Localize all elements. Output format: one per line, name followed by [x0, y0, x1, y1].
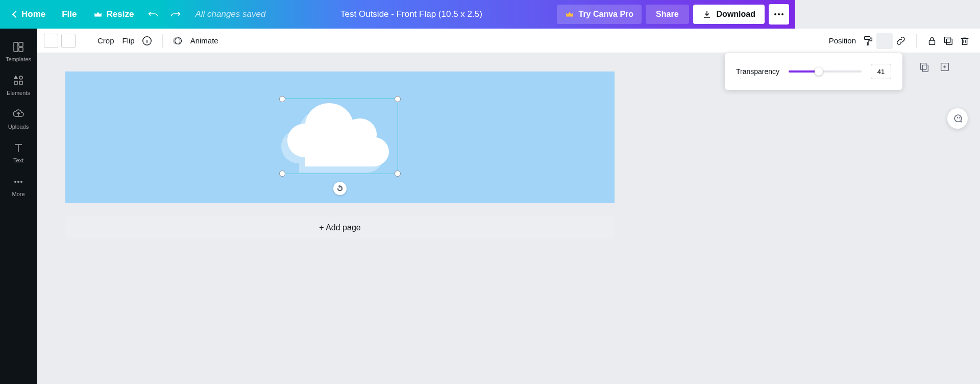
crown-icon	[565, 10, 574, 19]
sidebar-item-text[interactable]: Text	[0, 136, 37, 170]
color-swatch-1[interactable]	[44, 34, 58, 48]
crown-icon	[93, 10, 103, 19]
rotate-handle[interactable]	[333, 182, 347, 195]
undo-button[interactable]	[148, 11, 158, 18]
svg-point-6	[14, 181, 16, 183]
animate-icon	[173, 35, 184, 46]
templates-icon	[12, 41, 24, 53]
animate-button[interactable]: Animate	[186, 33, 223, 48]
more-icon	[12, 176, 24, 188]
svg-point-3	[19, 76, 22, 79]
add-page-bar[interactable]: + Add page	[65, 217, 615, 239]
share-label: Share	[656, 10, 678, 18]
svg-rect-5	[19, 81, 22, 84]
document-title[interactable]: Test Outside - Front Flap (10.5 x 2.5)	[265, 9, 557, 19]
resize-label: Resize	[107, 9, 134, 19]
top-bar: Home File Resize All changes saved Test …	[0, 0, 795, 29]
resize-handle-tl[interactable]	[279, 96, 285, 102]
sidebar-label: Elements	[7, 90, 30, 96]
redo-button[interactable]	[170, 11, 181, 18]
more-menu-button[interactable]	[769, 4, 789, 25]
sidebar-label: Templates	[6, 56, 31, 62]
add-page-label: + Add page	[319, 223, 360, 232]
try-pro-button[interactable]: Try Canva Pro	[557, 5, 642, 24]
animate-icon-button[interactable]	[170, 33, 186, 49]
try-pro-label: Try Canva Pro	[578, 10, 633, 19]
canvas-area[interactable]: + Add page	[37, 53, 795, 314]
flip-button[interactable]: Flip	[118, 33, 139, 48]
chevron-left-icon	[12, 11, 19, 18]
download-button[interactable]: Download	[693, 5, 765, 24]
rotate-icon	[336, 185, 344, 192]
crop-button[interactable]: Crop	[93, 33, 118, 48]
svg-point-10	[175, 37, 181, 44]
svg-rect-4	[14, 81, 17, 84]
text-icon	[12, 142, 24, 154]
svg-rect-1	[19, 42, 23, 46]
color-swatch-2[interactable]	[61, 34, 76, 48]
save-status: All changes saved	[195, 9, 265, 19]
share-button[interactable]: Share	[646, 5, 689, 24]
sidebar-item-more[interactable]: More	[0, 170, 37, 203]
info-button[interactable]	[139, 33, 155, 49]
home-label: Home	[21, 9, 45, 19]
sidebar-label: Uploads	[8, 124, 29, 130]
elements-icon	[12, 75, 24, 87]
download-icon	[702, 10, 712, 19]
svg-rect-0	[14, 42, 18, 52]
svg-point-8	[20, 181, 22, 183]
sidebar-item-templates[interactable]: Templates	[0, 35, 37, 68]
canvas-page[interactable]	[65, 71, 615, 203]
transparency-slider[interactable]	[789, 70, 795, 73]
sidebar: Templates Elements Uploads Text More	[0, 29, 37, 314]
file-label: File	[62, 9, 77, 19]
dots-icon	[774, 13, 783, 15]
top-left-group: Home File Resize All changes saved	[6, 5, 265, 23]
svg-rect-2	[19, 47, 23, 52]
info-icon	[141, 35, 153, 46]
uploads-icon	[12, 108, 24, 121]
file-menu[interactable]: File	[55, 5, 84, 23]
top-right-group: Try Canva Pro Share Download	[557, 4, 789, 25]
transparency-label: Transparency	[736, 67, 779, 76]
sidebar-item-uploads[interactable]: Uploads	[0, 102, 37, 136]
sidebar-label: Text	[13, 157, 23, 163]
home-button[interactable]: Home	[6, 5, 53, 23]
separator	[162, 34, 163, 48]
sidebar-item-elements[interactable]: Elements	[0, 68, 37, 102]
resize-button[interactable]: Resize	[86, 5, 141, 23]
transparency-popover: Transparency	[725, 53, 795, 90]
selection-box[interactable]	[282, 99, 398, 174]
resize-handle-br[interactable]	[395, 171, 401, 177]
download-label: Download	[717, 10, 755, 19]
context-toolbar: Crop Flip Animate Position	[37, 29, 795, 53]
resize-handle-bl[interactable]	[279, 171, 285, 177]
separator	[86, 34, 86, 48]
resize-handle-tr[interactable]	[395, 96, 401, 102]
svg-point-7	[17, 181, 19, 183]
slider-fill	[789, 70, 795, 73]
svg-point-11	[174, 37, 180, 44]
sidebar-label: More	[12, 191, 24, 197]
